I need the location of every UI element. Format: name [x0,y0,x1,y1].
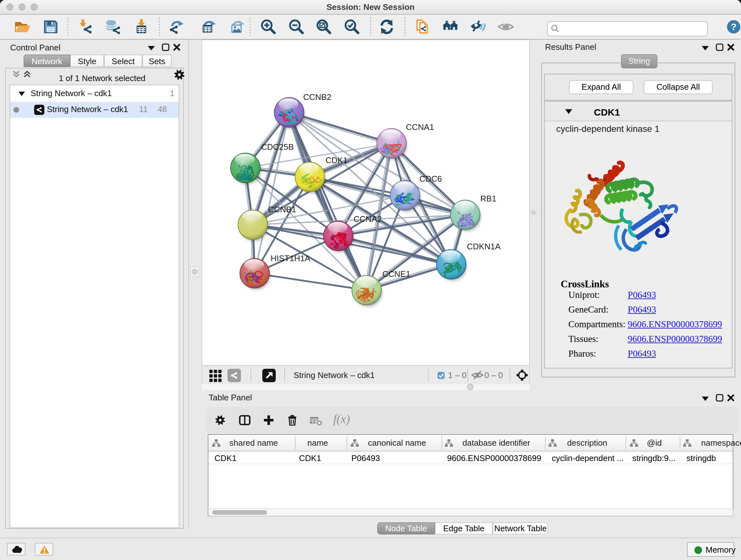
svg-text:CCNA2: CCNA2 [354,214,382,224]
svg-text:HIST1H1A: HIST1H1A [271,253,311,263]
svg-text:CCNA1: CCNA1 [406,122,434,132]
svg-text:CCNB1: CCNB1 [268,205,296,214]
svg-text:CDC25B: CDC25B [261,142,294,152]
svg-text:CCNE1: CCNE1 [382,269,410,279]
svg-text:CDKN1A: CDKN1A [467,242,501,251]
svg-text:CDK1: CDK1 [326,155,347,165]
svg-text:CCNB2: CCNB2 [303,92,331,102]
svg-text:CDC6: CDC6 [419,174,442,184]
svg-text:RB1: RB1 [480,194,496,203]
